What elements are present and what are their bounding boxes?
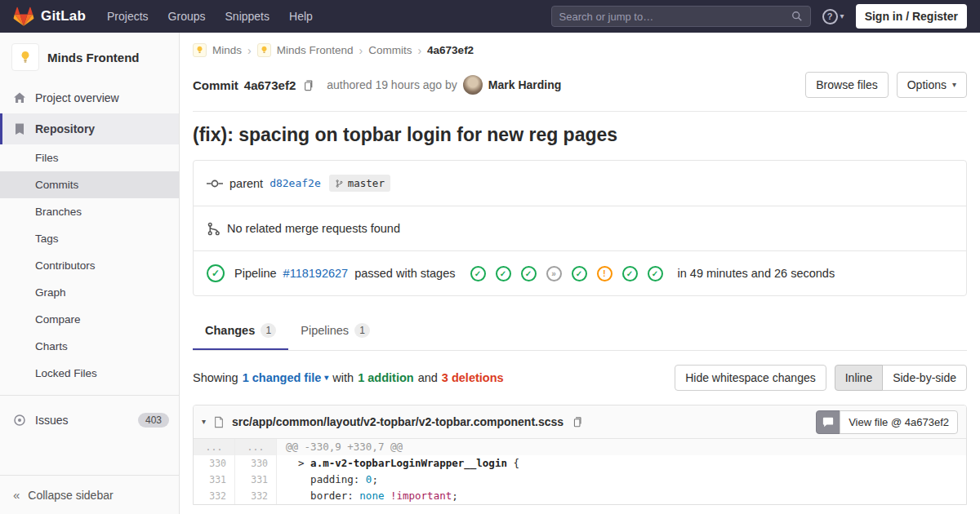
nav-projects[interactable]: Projects	[107, 10, 149, 23]
collapse-sidebar-button[interactable]: Collapse sidebar	[0, 475, 179, 514]
commit-meta-left: Commit 4a673ef2 authored 19 hours ago by…	[193, 75, 561, 95]
sidebar-item-graph[interactable]: Graph	[0, 279, 179, 306]
lightbulb-icon	[195, 46, 204, 55]
code-token: >	[286, 457, 310, 469]
changed-files-dropdown[interactable]: 1 changed file	[243, 371, 329, 384]
chevrons-left-icon	[13, 488, 20, 502]
old-line-number[interactable]: 330	[194, 455, 235, 472]
pipeline-stage-icon[interactable]: !	[597, 266, 612, 281]
sign-in-register-button[interactable]: Sign in / Register	[856, 4, 967, 29]
pipeline-stage-icon[interactable]: ✓	[470, 266, 486, 281]
collapse-label: Collapse sidebar	[28, 489, 113, 502]
breadcrumb-commits-link[interactable]: Commits	[368, 44, 412, 56]
author-avatar[interactable]	[463, 75, 483, 95]
side-by-side-view-button[interactable]: Side-by-side	[882, 365, 967, 391]
browse-files-button[interactable]: Browse files	[805, 72, 888, 98]
pipeline-stage-icon[interactable]: ✓	[496, 266, 511, 281]
diff-file-path[interactable]: src/app/common/layout/v2-topbar/v2-topba…	[232, 415, 564, 428]
branch-ref-label[interactable]: master	[329, 175, 390, 192]
code-line: padding: 0;	[277, 472, 966, 488]
sidebar-item-branches[interactable]: Branches	[0, 198, 179, 225]
sidebar-item-files[interactable]: Files	[0, 144, 179, 171]
branch-name: master	[348, 177, 385, 189]
nav-snippets[interactable]: Snippets	[225, 10, 270, 23]
old-line-number[interactable]: 331	[194, 472, 235, 488]
code-token: a.m-v2-topbarLoginWrapper__login	[310, 457, 507, 469]
sidebar-item-project-overview[interactable]: Project overview	[0, 82, 179, 113]
code-token: :	[347, 490, 359, 502]
pipeline-status-icon[interactable]: ✓	[207, 264, 225, 282]
breadcrumb-project-link[interactable]: Minds Frontend	[277, 44, 354, 56]
parent-row: parent d82eaf2e master	[194, 161, 966, 206]
commit-info-box: parent d82eaf2e master No related merge …	[193, 160, 967, 296]
help-dropdown[interactable]	[822, 9, 844, 24]
diff-file-actions: View file @ 4a673ef2	[816, 410, 958, 434]
project-avatar	[11, 43, 39, 71]
code-token: padding	[310, 473, 354, 485]
commit-sha: 4a673ef2	[244, 78, 296, 92]
breadcrumb-group-link[interactable]: Minds	[212, 44, 242, 56]
nav-help[interactable]: Help	[289, 10, 313, 23]
no-merge-requests-text: No related merge requests found	[227, 222, 400, 235]
code-token: !important	[384, 490, 452, 502]
code-line: border: none !important;	[277, 488, 966, 504]
options-label: Options	[907, 78, 947, 91]
breadcrumb: Minds Minds Frontend Commits 4a673ef2	[193, 33, 967, 67]
commit-author-link[interactable]: Mark Harding	[488, 78, 561, 91]
lightbulb-icon	[260, 46, 269, 55]
pipelines-count-badge: 1	[354, 323, 370, 338]
tab-changes[interactable]: Changes 1	[193, 312, 288, 350]
sidebar-item-charts[interactable]: Charts	[0, 333, 179, 360]
clipboard-icon	[572, 416, 583, 428]
pipeline-id-link[interactable]: #118192627	[283, 267, 349, 280]
new-line-number[interactable]: 331	[235, 472, 277, 488]
sidebar-item-issues[interactable]: Issues 403	[0, 404, 179, 436]
project-sidebar: Minds Frontend Project overview Reposito…	[0, 33, 180, 514]
expand-context-cell[interactable]: ...	[194, 439, 235, 455]
search-box[interactable]	[551, 6, 811, 27]
pipeline-stage-icon[interactable]: ✓	[572, 266, 587, 281]
new-line-number[interactable]: 330	[235, 455, 277, 472]
gitlab-tanuki-icon	[13, 6, 34, 27]
commit-meta-row: Commit 4a673ef2 authored 19 hours ago by…	[193, 67, 967, 112]
navbar-right: Sign in / Register	[551, 4, 967, 29]
parent-label: parent	[229, 177, 263, 190]
lightbulb-icon	[19, 51, 32, 64]
sidebar-item-commits[interactable]: Commits	[0, 171, 179, 198]
commit-authored-text: authored 19 hours ago by	[327, 78, 457, 91]
gitlab-home-link[interactable]: GitLab	[13, 6, 86, 27]
pipeline-stage-icon[interactable]: ✓	[648, 266, 663, 281]
search-input[interactable]	[559, 11, 786, 23]
new-line-number[interactable]: 332	[235, 488, 277, 504]
with-label: with	[332, 371, 354, 384]
brand-name: GitLab	[41, 8, 86, 24]
sidebar-item-locked-files[interactable]: Locked Files	[0, 360, 179, 387]
diff-view-controls: Hide whitespace changes Inline Side-by-s…	[675, 365, 967, 391]
hide-whitespace-button[interactable]: Hide whitespace changes	[675, 365, 826, 391]
project-avatar-small	[257, 43, 271, 57]
project-link[interactable]: Minds Frontend	[0, 33, 179, 79]
group-avatar	[193, 43, 207, 57]
view-file-button[interactable]: View file @ 4a673ef2	[840, 410, 958, 434]
sidebar-item-contributors[interactable]: Contributors	[0, 252, 179, 279]
copy-file-path-button[interactable]	[571, 414, 585, 429]
diff-summary-row: Showing 1 changed file with 1 addition a…	[193, 365, 967, 391]
sidebar-item-compare[interactable]: Compare	[0, 306, 179, 333]
old-line-number[interactable]: 332	[194, 488, 235, 504]
sidebar-item-tags[interactable]: Tags	[0, 225, 179, 252]
nav-groups[interactable]: Groups	[168, 10, 206, 23]
gitlab-commit-page: GitLab Projects Groups Snippets Help Sig…	[0, 33, 980, 514]
pipeline-stage-icon[interactable]: ✓	[622, 266, 638, 281]
tab-pipelines[interactable]: Pipelines 1	[288, 312, 382, 350]
inline-view-button[interactable]: Inline	[835, 365, 883, 391]
code-token: ;	[372, 473, 378, 485]
options-dropdown-button[interactable]: Options	[897, 72, 967, 98]
sidebar-item-repository[interactable]: Repository	[0, 113, 179, 144]
pipeline-stage-icon[interactable]: »	[546, 266, 562, 281]
parent-sha-link[interactable]: d82eaf2e	[270, 177, 321, 189]
pipeline-stage-icon[interactable]: ✓	[521, 266, 537, 281]
comment-button[interactable]	[816, 410, 840, 434]
collapse-diff-caret[interactable]	[202, 418, 206, 426]
expand-context-cell[interactable]: ...	[235, 439, 277, 455]
copy-commit-sha-button[interactable]	[301, 78, 316, 93]
